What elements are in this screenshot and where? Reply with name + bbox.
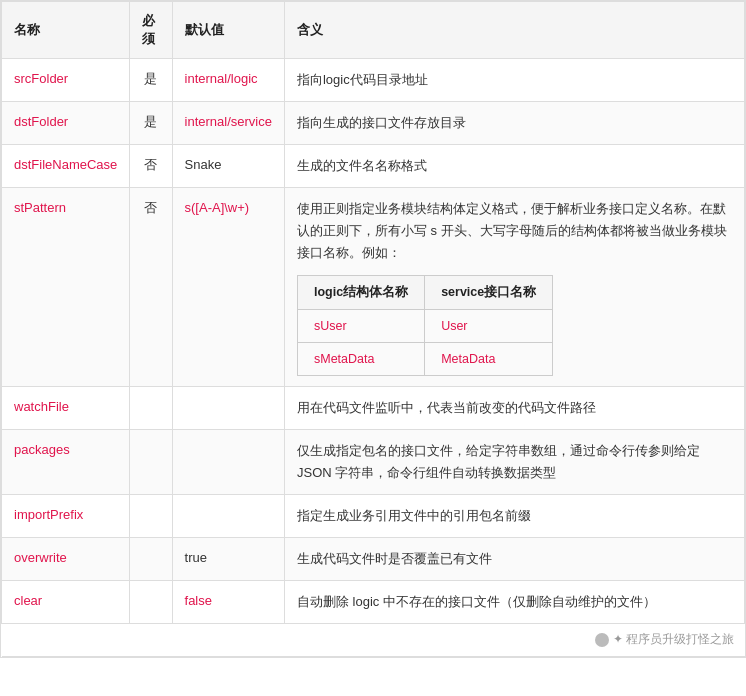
description-cell: 使用正则指定业务模块结构体定义格式，便于解析业务接口定义名称。在默认的正则下，所…: [284, 188, 744, 387]
default-cell: Snake: [172, 145, 284, 188]
table-row: clearfalse自动删除 logic 中不存在的接口文件（仅删除自动维护的文…: [2, 581, 745, 624]
description-cell: 自动删除 logic 中不存在的接口文件（仅删除自动维护的文件）: [284, 581, 744, 624]
col-header-meaning: 含义: [284, 2, 744, 59]
required-cell: [130, 495, 172, 538]
description-cell: 指向logic代码目录地址: [284, 59, 744, 102]
default-cell: s([A-A]\w+): [172, 188, 284, 387]
description-cell: 指定生成业务引用文件中的引用包名前缀: [284, 495, 744, 538]
required-cell: 是: [130, 59, 172, 102]
description-cell: 生成代码文件时是否覆盖已有文件: [284, 538, 744, 581]
name-cell: stPattern: [2, 188, 130, 387]
required-cell: [130, 429, 172, 494]
table-row: overwritetrue生成代码文件时是否覆盖已有文件: [2, 538, 745, 581]
default-cell: [172, 495, 284, 538]
name-cell: dstFileNameCase: [2, 145, 130, 188]
default-cell: [172, 429, 284, 494]
description-cell: 生成的文件名名称格式: [284, 145, 744, 188]
inner-col-header: logic结构体名称: [297, 275, 424, 309]
name-cell: watchFile: [2, 386, 130, 429]
inner-table-cell: User: [425, 309, 553, 342]
inner-table: logic结构体名称service接口名称sUserUsersMetaDataM…: [297, 275, 553, 376]
default-cell: internal/service: [172, 102, 284, 145]
table-row: watchFile用在代码文件监听中，代表当前改变的代码文件路径: [2, 386, 745, 429]
watermark-text: ✦ 程序员升级打怪之旅: [2, 624, 745, 656]
required-cell: 是: [130, 102, 172, 145]
table-row: packages仅生成指定包名的接口文件，给定字符串数组，通过命令行传参则给定 …: [2, 429, 745, 494]
table-row: importPrefix指定生成业务引用文件中的引用包名前缀: [2, 495, 745, 538]
required-cell: [130, 581, 172, 624]
name-cell: importPrefix: [2, 495, 130, 538]
name-cell: packages: [2, 429, 130, 494]
name-cell: clear: [2, 581, 130, 624]
table-row: dstFolder是internal/service指向生成的接口文件存放目录: [2, 102, 745, 145]
col-header-required: 必须: [130, 2, 172, 59]
inner-table-cell: sUser: [297, 309, 424, 342]
name-cell: dstFolder: [2, 102, 130, 145]
default-cell: true: [172, 538, 284, 581]
description-cell: 仅生成指定包名的接口文件，给定字符串数组，通过命令行传参则给定 JSON 字符串…: [284, 429, 744, 494]
watermark-row: ✦ 程序员升级打怪之旅: [2, 624, 745, 656]
default-cell: [172, 386, 284, 429]
col-header-name: 名称: [2, 2, 130, 59]
inner-table-row: sMetaDataMetaData: [297, 342, 552, 375]
description-cell: 指向生成的接口文件存放目录: [284, 102, 744, 145]
required-cell: [130, 538, 172, 581]
table-row: srcFolder是internal/logic指向logic代码目录地址: [2, 59, 745, 102]
table-header-row: 名称 必须 默认值 含义: [2, 2, 745, 59]
inner-table-cell: sMetaData: [297, 342, 424, 375]
description-cell: 用在代码文件监听中，代表当前改变的代码文件路径: [284, 386, 744, 429]
inner-table-row: sUserUser: [297, 309, 552, 342]
main-table-container: 名称 必须 默认值 含义 srcFolder是internal/logic指向l…: [0, 0, 746, 658]
required-cell: [130, 386, 172, 429]
name-cell: srcFolder: [2, 59, 130, 102]
default-cell: false: [172, 581, 284, 624]
table-row: stPattern否s([A-A]\w+)使用正则指定业务模块结构体定义格式，便…: [2, 188, 745, 387]
inner-col-header: service接口名称: [425, 275, 553, 309]
inner-table-cell: MetaData: [425, 342, 553, 375]
config-table: 名称 必须 默认值 含义 srcFolder是internal/logic指向l…: [1, 1, 745, 657]
required-cell: 否: [130, 145, 172, 188]
name-cell: overwrite: [2, 538, 130, 581]
default-cell: internal/logic: [172, 59, 284, 102]
table-row: dstFileNameCase否Snake生成的文件名名称格式: [2, 145, 745, 188]
col-header-default: 默认值: [172, 2, 284, 59]
required-cell: 否: [130, 188, 172, 387]
